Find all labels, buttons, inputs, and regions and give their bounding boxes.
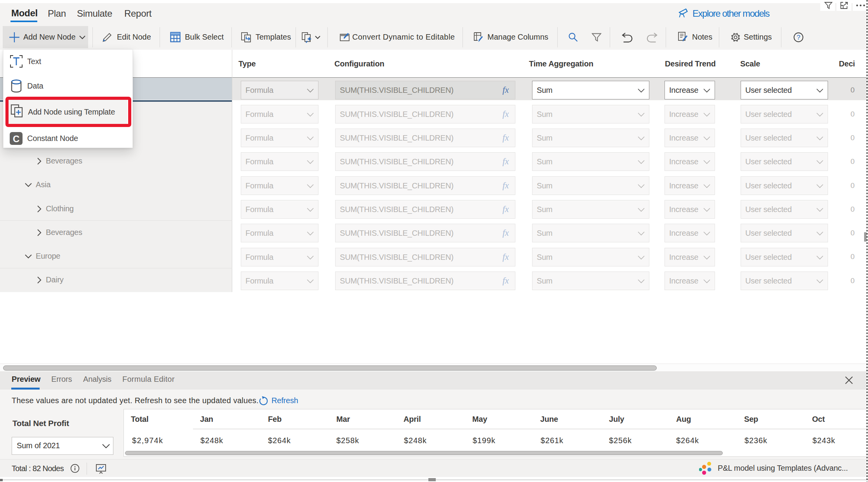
svg-text:?: ? — [797, 34, 800, 41]
